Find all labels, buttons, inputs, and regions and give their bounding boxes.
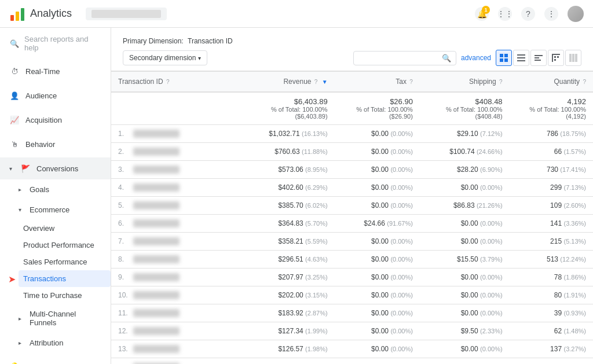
sidebar-transactions-label: Transactions [23, 274, 66, 283]
table-row: 11.$183.92 (2.87%)$0.00 (0.00%)$0.00 (0.… [111, 304, 593, 322]
view-icon-grid[interactable] [496, 50, 512, 66]
sidebar-item-transactions[interactable]: ➤ Transactions [19, 270, 111, 287]
revenue-pct: (5.59%) [305, 238, 328, 245]
search-submit-icon[interactable]: 🔍 [442, 54, 451, 62]
view-icon-custom[interactable] [565, 50, 581, 66]
cell-transaction-id: 10. [111, 286, 239, 304]
svg-rect-1 [16, 12, 19, 21]
revenue-pct: (4.63%) [305, 256, 328, 263]
search-box[interactable]: 🔍 [353, 51, 456, 65]
sidebar-multichannel-group: ▸ Multi-Channel Funnels [0, 304, 111, 333]
tax-value: $0.00 [371, 309, 389, 317]
revenue-value: $207.97 [278, 273, 303, 281]
cell-tax: $0.00 (0.00%) [335, 197, 420, 215]
cell-shipping: $28.20 (6.90%) [420, 161, 510, 179]
revenue-pct: (8.95%) [305, 166, 328, 173]
transaction-id-bar [133, 345, 180, 353]
notification-bell[interactable]: 🔔 1 [475, 7, 489, 21]
sidebar-item-multi-channel[interactable]: ▸ Multi-Channel Funnels [9, 304, 111, 333]
cell-transaction-id: 11. [111, 304, 239, 322]
shipping-value: $28.20 [457, 166, 478, 174]
transaction-id-bar [133, 183, 180, 192]
svg-rect-8 [517, 57, 525, 58]
quantity-pct: (0.93%) [563, 310, 586, 317]
quantity-pct: (2.60%) [563, 202, 586, 209]
advanced-link[interactable]: advanced [461, 54, 491, 62]
svg-rect-4 [504, 54, 508, 57]
tax-help-icon: ? [409, 79, 413, 85]
shipping-value: $0.00 [461, 345, 478, 353]
account-selector[interactable] [86, 8, 167, 20]
settings-more-icon[interactable]: ⋮ [544, 7, 558, 21]
view-icon-list[interactable] [513, 50, 529, 66]
sidebar-item-time-to-purchase[interactable]: Time to Purchase [19, 287, 111, 304]
sidebar-item-acquisition[interactable]: 📈 Acquisition [0, 109, 111, 131]
cell-quantity: 62 (1.48%) [510, 322, 593, 340]
sidebar-item-behavior[interactable]: 🖱 Behavior [0, 133, 111, 155]
quantity-value: 141 [550, 219, 562, 227]
revenue-pct: (6.29%) [305, 184, 328, 191]
shipping-pct: (0.00%) [480, 238, 503, 245]
arrow-indicator: ➤ [8, 273, 16, 284]
cell-revenue: $364.83 (5.70%) [239, 215, 335, 233]
table-row: 13.$126.57 (1.98%)$0.00 (0.00%)$0.00 (0.… [111, 340, 593, 358]
table-row: 14.$104.25 (1.63%)$0.00 (0.00%)$0.00 (0.… [111, 358, 593, 365]
apps-grid-icon[interactable]: ⋮⋮ [498, 7, 512, 21]
cell-transaction-id: 7. [111, 233, 239, 250]
sidebar-ecommerce-children: Overview Product Performance Sales Perfo… [9, 220, 111, 304]
totals-revenue: $6,403.89 % of Total: 100.00% ($6,403.89… [239, 92, 335, 125]
cell-revenue: $127.34 (1.99%) [239, 322, 335, 340]
col-header-revenue[interactable]: Revenue ? ▼ [239, 72, 335, 93]
sidebar-item-product-performance[interactable]: Product Performance [19, 237, 111, 253]
sidebar-item-attribution[interactable]: ▸ Attribution [9, 333, 111, 353]
col-header-shipping[interactable]: Shipping ? [420, 72, 510, 93]
help-icon[interactable]: ? [521, 7, 535, 21]
topbar: Analytics 🔔 1 ⋮⋮ ? ⋮ [0, 0, 593, 28]
col-header-transaction-id[interactable]: Transaction ID ? [111, 72, 239, 93]
sidebar-item-goals[interactable]: ▸ Goals [9, 179, 111, 200]
svg-rect-0 [10, 15, 14, 21]
sidebar-item-overview[interactable]: Overview [19, 220, 111, 237]
sidebar-search[interactable]: 🔍 Search reports and help [0, 29, 111, 58]
view-icon-pivot[interactable] [548, 50, 564, 66]
sidebar-item-conversions[interactable]: ▾ 🚩 Conversions [0, 157, 111, 179]
sidebar-item-realtime[interactable]: ⏱ Real-Time [0, 60, 111, 82]
svg-rect-9 [517, 60, 525, 61]
table-row: 6.$364.83 (5.70%)$24.66 (91.67%)$0.00 (0… [111, 215, 593, 233]
cell-shipping: $15.50 (3.79%) [420, 251, 510, 269]
table-row: 5.$385.70 (6.02%)$0.00 (0.00%)$86.83 (21… [111, 197, 593, 215]
quantity-pct: (5.13%) [563, 238, 586, 245]
user-avatar[interactable] [568, 6, 584, 22]
col-header-tax[interactable]: Tax ? [335, 72, 420, 93]
shipping-value: $0.00 [461, 219, 478, 227]
sidebar-item-sales-performance[interactable]: Sales Performance [19, 253, 111, 270]
totals-tax-value: $26.90 [342, 97, 413, 106]
shipping-pct: (0.00%) [480, 220, 503, 227]
cell-shipping: $29.10 (7.12%) [420, 125, 510, 143]
quantity-pct: (1.57%) [563, 148, 586, 155]
sidebar-item-ecommerce[interactable]: ▾ Ecommerce [9, 200, 111, 220]
revenue-pct: (11.88%) [302, 148, 328, 155]
tax-value: $0.00 [371, 166, 389, 174]
revenue-pct: (6.02%) [305, 202, 328, 209]
tax-pct: (0.00%) [390, 166, 413, 173]
tax-pct: (0.00%) [390, 184, 413, 191]
secondary-dimension-button[interactable]: Secondary dimension ▾ [123, 50, 207, 65]
cell-quantity: 141 (3.36%) [510, 215, 593, 233]
revenue-pct: (3.15%) [305, 292, 328, 299]
cell-shipping: $100.74 (24.66%) [420, 143, 510, 161]
tax-pct: (0.00%) [390, 202, 413, 209]
revenue-pct: (3.25%) [305, 274, 328, 281]
quantity-value: 109 [550, 201, 562, 209]
row-number: 12. [118, 327, 129, 335]
view-icon-compare[interactable] [530, 50, 547, 66]
table-row: 3.$573.06 (8.95%)$0.00 (0.00%)$28.20 (6.… [111, 161, 593, 179]
cell-tax: $0.00 (0.00%) [335, 251, 420, 269]
toolbar-right: 🔍 advanced [353, 50, 581, 66]
col-header-quantity[interactable]: Quantity ? [510, 72, 593, 93]
sidebar-item-discover[interactable]: 💡 Discover [0, 355, 111, 364]
shipping-pct: (6.90%) [480, 166, 503, 173]
sidebar-item-audience[interactable]: 👤 Audience [0, 84, 111, 106]
quantity-pct: (3.36%) [563, 220, 586, 227]
table-search-input[interactable] [358, 54, 440, 62]
